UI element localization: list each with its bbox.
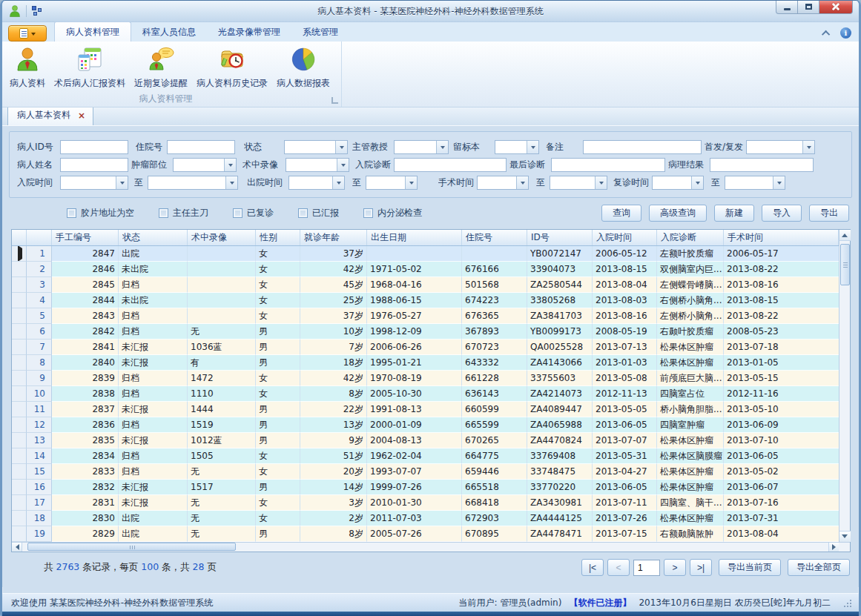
document-tab[interactable]: 病人基本资料 × bbox=[7, 105, 93, 125]
grid-header-cell[interactable]: 性别 bbox=[256, 230, 300, 245]
horizontal-scroll-thumb[interactable] bbox=[27, 543, 236, 551]
close-button[interactable] bbox=[819, 0, 853, 14]
table-row[interactable]: 192829出院无男8岁2005-07-26670895ZA4478471201… bbox=[12, 526, 839, 542]
horizontal-scrollbar[interactable] bbox=[12, 542, 850, 552]
table-row[interactable]: 172831未汇报无女3岁2010-01-30668418ZA343098120… bbox=[12, 495, 839, 511]
filter-combo[interactable] bbox=[746, 140, 815, 154]
table-row[interactable]: 142834归档1505女51岁1962-02-0466477533769408… bbox=[12, 448, 839, 464]
combo-dropdown-icon[interactable] bbox=[691, 176, 703, 189]
table-row[interactable]: 102838归档1110女8岁2005-10-30636143ZA4214073… bbox=[12, 386, 839, 402]
table-row[interactable]: 92839归档1472女42岁1970-08-19661228337556032… bbox=[12, 371, 839, 386]
combo-dropdown-icon[interactable] bbox=[224, 159, 236, 171]
resize-grip[interactable] bbox=[842, 598, 851, 607]
grid-header-cell[interactable]: 手术时间 bbox=[724, 230, 839, 245]
filter-input[interactable] bbox=[167, 140, 235, 154]
combo-dropdown-icon[interactable] bbox=[337, 159, 349, 171]
combo-dropdown-icon[interactable] bbox=[225, 176, 237, 189]
filter-input[interactable] bbox=[551, 158, 665, 172]
filter-combo[interactable] bbox=[652, 176, 704, 190]
filter-combo[interactable] bbox=[148, 176, 238, 190]
filter-input[interactable] bbox=[394, 158, 507, 172]
grid-header-cell[interactable]: 住院号 bbox=[462, 230, 527, 245]
grid-header-cell[interactable]: 状态 bbox=[119, 230, 188, 245]
table-row[interactable]: 152833归档无女20岁1993-07-0765944633748475201… bbox=[12, 464, 839, 480]
ribbon-button[interactable]: 近期复诊提醒 bbox=[130, 44, 192, 91]
combo-dropdown-icon[interactable] bbox=[332, 176, 344, 189]
info-icon[interactable]: i bbox=[840, 27, 851, 39]
grid-header-cell[interactable]: 入院时间 bbox=[593, 230, 657, 245]
filter-input[interactable] bbox=[60, 140, 128, 154]
ribbon-button[interactable]: 病人数据报表 bbox=[272, 44, 334, 91]
table-row[interactable]: 12847出院女37岁YB00721472006-05-12左额叶胶质瘤2006… bbox=[12, 246, 839, 262]
filter-checkbox[interactable]: 已复诊 bbox=[233, 207, 274, 219]
collapse-ribbon-chevron-icon[interactable] bbox=[822, 30, 830, 38]
table-row[interactable]: 162832未汇报1517男14岁1999-07-266655183377022… bbox=[12, 480, 839, 495]
filter-input[interactable] bbox=[583, 140, 702, 154]
import-button[interactable]: 导入 bbox=[762, 205, 802, 222]
table-row[interactable]: 82840未汇报有男18岁1995-01-21643332ZA414306620… bbox=[12, 355, 839, 371]
table-row[interactable]: 132835未汇报1012蓝男9岁2004-08-13670265ZA44708… bbox=[12, 433, 839, 448]
minimize-button[interactable] bbox=[776, 0, 798, 14]
grid-header-cell[interactable]: 就诊年龄 bbox=[300, 230, 367, 245]
export-current-page-button[interactable]: 导出当前页 bbox=[719, 559, 781, 576]
query-button[interactable]: 查询 bbox=[601, 205, 641, 222]
tab-close-icon[interactable]: × bbox=[78, 112, 85, 119]
table-row[interactable]: 42844未出院女25岁1988-06-15674223338052682013… bbox=[12, 293, 839, 308]
combo-dropdown-icon[interactable] bbox=[335, 141, 347, 153]
scroll-left-icon[interactable] bbox=[12, 543, 22, 552]
application-menu-button[interactable] bbox=[8, 25, 47, 42]
scroll-down-icon[interactable] bbox=[839, 531, 851, 542]
filter-combo[interactable] bbox=[173, 158, 237, 172]
grid-header-cell[interactable]: ID号 bbox=[527, 230, 593, 245]
combo-dropdown-icon[interactable] bbox=[116, 176, 128, 189]
ribbon-tab[interactable]: 光盘录像带管理 bbox=[207, 22, 291, 42]
filter-checkbox[interactable]: 内分泌检查 bbox=[363, 207, 422, 219]
filter-combo[interactable] bbox=[725, 176, 785, 190]
table-row[interactable]: 62842归档无男10岁1998-12-09367893YB0099173200… bbox=[12, 324, 839, 340]
ribbon-button[interactable]: 术后病人汇报资料 bbox=[50, 44, 130, 91]
new-button[interactable]: 新建 bbox=[714, 205, 754, 222]
combo-dropdown-icon[interactable] bbox=[773, 176, 785, 189]
table-row[interactable]: 122836归档1519男13岁2000-01-09665599ZA406598… bbox=[12, 417, 839, 433]
combo-dropdown-icon[interactable] bbox=[405, 176, 417, 189]
filter-combo[interactable] bbox=[477, 176, 529, 190]
table-row[interactable]: 112837未汇报1444男22岁1991-08-13660599ZA40894… bbox=[12, 402, 839, 417]
vertical-scrollbar[interactable] bbox=[839, 230, 850, 542]
combo-dropdown-icon[interactable] bbox=[802, 141, 814, 153]
advanced-query-button[interactable]: 高级查询 bbox=[649, 205, 707, 222]
filter-combo[interactable] bbox=[394, 140, 449, 154]
table-row[interactable]: 182830出院无女2岁2011-07-03672903ZA4444125201… bbox=[12, 511, 839, 526]
table-row[interactable]: 22846未出院女42岁1971-05-02676166339040732013… bbox=[12, 262, 839, 277]
export-button[interactable]: 导出 bbox=[809, 205, 849, 222]
license-status-link[interactable]: 【软件已注册】 bbox=[569, 597, 631, 609]
prev-page-button[interactable]: < bbox=[607, 559, 630, 576]
grid-header-cell[interactable]: 出生日期 bbox=[367, 230, 462, 245]
filter-combo[interactable] bbox=[60, 176, 128, 190]
maximize-button[interactable] bbox=[798, 0, 819, 14]
combo-dropdown-icon[interactable] bbox=[436, 141, 448, 153]
filter-input[interactable] bbox=[60, 158, 128, 172]
ribbon-tab[interactable]: 系统管理 bbox=[291, 22, 349, 42]
ribbon-button[interactable]: 病人资料历史记录 bbox=[192, 44, 272, 91]
dialog-launcher-icon[interactable] bbox=[331, 97, 338, 104]
ribbon-tab[interactable]: 科室人员信息 bbox=[131, 22, 207, 42]
filter-checkbox[interactable]: 胶片地址为空 bbox=[67, 207, 134, 219]
filter-combo[interactable] bbox=[366, 176, 418, 190]
filter-combo[interactable] bbox=[495, 140, 539, 154]
filter-checkbox[interactable]: 主任主刀 bbox=[159, 207, 208, 219]
scroll-right-icon[interactable] bbox=[828, 543, 839, 552]
grid-header-cell[interactable]: 入院诊断 bbox=[657, 230, 724, 245]
grid-header-cell[interactable]: 手工编号 bbox=[52, 230, 119, 245]
filter-combo[interactable] bbox=[284, 140, 348, 154]
filter-combo[interactable] bbox=[286, 158, 349, 172]
vertical-scroll-thumb[interactable] bbox=[840, 244, 850, 285]
filter-checkbox[interactable]: 已汇报 bbox=[298, 207, 339, 219]
ribbon-button[interactable]: 病人资料 bbox=[5, 44, 50, 91]
next-page-button[interactable]: > bbox=[664, 559, 686, 576]
grid-header-cell[interactable]: 术中录像 bbox=[188, 230, 256, 245]
table-row[interactable]: 72841未汇报1036蓝男7岁2006-06-26670723QA002552… bbox=[12, 340, 839, 355]
page-number-input[interactable] bbox=[633, 560, 660, 576]
ribbon-tab[interactable]: 病人资料管理 bbox=[54, 21, 131, 42]
combo-dropdown-icon[interactable] bbox=[516, 176, 528, 189]
filter-combo[interactable] bbox=[288, 176, 345, 190]
